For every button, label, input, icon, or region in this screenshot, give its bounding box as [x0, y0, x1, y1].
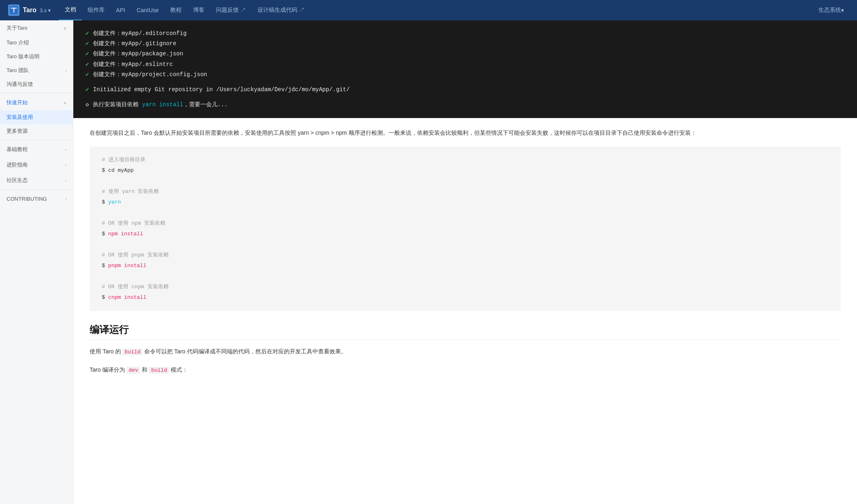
sidebar-item-more-resources[interactable]: 更多资源: [0, 124, 73, 138]
sidebar-section-quickstart: 快速开始 ∨ 安装及使用 更多资源: [0, 95, 73, 138]
terminal-line-1: ✔ 创建文件：myApp/.editorconfig: [86, 28, 845, 39]
terminal-block: ✔ 创建文件：myApp/.editorconfig ✔ 创建文件：myApp/…: [73, 20, 857, 118]
build-inline-code-2: build: [149, 367, 169, 374]
sidebar-item-intro[interactable]: Taro 介绍: [0, 36, 73, 50]
code-comment-5: # OR 使用 cnpm 安装依赖: [102, 282, 828, 292]
sidebar-item-install[interactable]: 安装及使用: [0, 110, 73, 124]
code-comment-2: # 使用 yarn 安装依赖: [102, 186, 828, 197]
chevron-down-icon-quickstart: ∨: [64, 101, 66, 105]
sidebar-item-label-contributing: CONTRIBUTING: [7, 196, 47, 202]
chevron-right-icon-community: ›: [65, 178, 66, 183]
code-cmd-npm: $ npm install: [102, 229, 828, 239]
sidebar-item-community[interactable]: 社区生态 ›: [0, 173, 73, 188]
nav-link-api[interactable]: API: [110, 0, 131, 20]
check-icon-4: ✔: [86, 59, 89, 70]
sidebar-item-contributing[interactable]: CONTRIBUTING ›: [0, 192, 73, 206]
sidebar-section-header-quickstart[interactable]: 快速开始 ∨: [0, 95, 73, 110]
code-comment-3: # OR 使用 npm 安装依赖: [102, 218, 828, 229]
terminal-line-5: ✔ 创建文件：myApp/project.config.json: [86, 70, 845, 80]
nav-link-feedback[interactable]: 问题反馈 ↗: [210, 0, 252, 20]
yarn-install-cmd: yarn install: [142, 101, 183, 108]
code-cmd-pnpm: $ pnpm install: [102, 261, 828, 271]
build-inline-code: build: [123, 348, 143, 355]
check-icon-3: ✔: [86, 49, 89, 59]
sidebar-divider-1: [0, 93, 73, 93]
nav-right: 生态系统 ▾: [813, 0, 849, 20]
logo[interactable]: Taro: [8, 4, 36, 16]
terminal-line-3: ✔ 创建文件：myApp/package.json: [86, 49, 845, 59]
code-comment-4: # OR 使用 pnpm 安装依赖: [102, 250, 828, 261]
terminal-install-line: ✿ 执行安装项目依赖 yarn install，需要一会儿...: [86, 100, 845, 110]
ecosystem-button[interactable]: 生态系统 ▾: [813, 0, 849, 20]
nav-link-components[interactable]: 组件库: [82, 0, 110, 20]
top-navigation: Taro 3.x ▾ 文档 组件库 API CanIUse 教程 博客 问题反馈…: [0, 0, 857, 20]
terminal-git-line: ✔ Initialized empty Git repository in /U…: [86, 85, 845, 95]
check-icon-1: ✔: [86, 28, 89, 39]
compile-paragraph-2: Taro 编译分为 dev 和 build 模式：: [90, 365, 841, 375]
code-cmd-yarn: $ yarn: [102, 197, 828, 208]
compile-section-heading: 编译运行: [90, 323, 841, 340]
check-icon-2: ✔: [86, 39, 89, 49]
check-icon-5: ✔: [86, 70, 89, 80]
code-empty-2: [102, 208, 828, 218]
nav-link-docs[interactable]: 文档: [59, 0, 82, 20]
logo-icon: [8, 4, 20, 16]
sidebar-section-label-about: 关于Taro: [7, 24, 27, 32]
nav-link-codegen[interactable]: 设计稿生成代码 ↗: [252, 0, 310, 20]
chevron-right-icon-contributing: ›: [65, 197, 66, 201]
sidebar-section-about: 关于Taro ∨ Taro 介绍 Taro 版本说明 Taro 团队 ›: [0, 20, 73, 77]
check-icon-git: ✔: [86, 85, 89, 95]
sidebar: 关于Taro ∨ Taro 介绍 Taro 版本说明 Taro 团队 › 沟通与…: [0, 20, 73, 504]
code-empty-1: [102, 176, 828, 186]
sidebar-item-advanced[interactable]: 进阶指南 ›: [0, 157, 73, 173]
nav-link-blog[interactable]: 博客: [187, 0, 210, 20]
sidebar-item-team[interactable]: Taro 团队 ›: [0, 64, 73, 77]
code-cmd-cnpm: $ cnpm install: [102, 292, 828, 303]
terminal-line-4: ✔ 创建文件：myApp/.eslintrc: [86, 59, 845, 70]
install-prefix-icon: ✿: [86, 100, 89, 110]
chevron-down-icon-about: ∨: [64, 26, 66, 31]
nav-link-caniuse[interactable]: CanIUse: [131, 0, 164, 20]
chevron-down-icon: ▾: [48, 7, 51, 13]
chevron-right-icon-team: ›: [65, 68, 66, 73]
description-paragraph: 在创建完项目之后，Taro 会默认开始安装项目所需要的依赖，安装使用的工具按照 …: [90, 128, 841, 138]
doc-description-section: 在创建完项目之后，Taro 会默认开始安装项目所需要的依赖，安装使用的工具按照 …: [73, 118, 857, 393]
sidebar-item-basic-tutorial[interactable]: 基础教程 ›: [0, 142, 73, 157]
dev-inline-code: dev: [127, 367, 140, 374]
logo-text: Taro: [23, 7, 36, 14]
code-comment-1: # 进入项目根目录: [102, 155, 828, 165]
main-content: ✔ 创建文件：myApp/.editorconfig ✔ 创建文件：myApp/…: [73, 20, 857, 504]
nav-links: 文档 组件库 API CanIUse 教程 博客 问题反馈 ↗ 设计稿生成代码 …: [59, 0, 813, 20]
sidebar-divider-2: [0, 140, 73, 140]
code-empty-4: [102, 271, 828, 282]
code-cmd-1: $ cd myApp: [102, 165, 828, 176]
terminal-line-2: ✔ 创建文件：myApp/.gitignore: [86, 39, 845, 49]
install-code-block: # 进入项目根目录 $ cd myApp # 使用 yarn 安装依赖 $ ya…: [90, 147, 841, 311]
sidebar-section-label-quickstart: 快速开始: [7, 99, 28, 106]
compile-paragraph-1: 使用 Taro 的 build 命令可以把 Taro 代码编译成不同端的代码，然…: [90, 346, 841, 357]
chevron-right-icon-basic: ›: [65, 147, 66, 152]
sidebar-divider-3: [0, 190, 73, 190]
nav-link-tutorial[interactable]: 教程: [165, 0, 187, 20]
chevron-down-icon-right: ▾: [841, 7, 844, 13]
version-selector[interactable]: 3.x ▾: [40, 7, 51, 13]
sidebar-item-versions[interactable]: Taro 版本说明: [0, 50, 73, 64]
code-empty-3: [102, 239, 828, 250]
chevron-right-icon-advanced: ›: [65, 163, 66, 167]
sidebar-item-feedback[interactable]: 沟通与反馈: [0, 77, 73, 91]
sidebar-section-header-about[interactable]: 关于Taro ∨: [0, 20, 73, 36]
